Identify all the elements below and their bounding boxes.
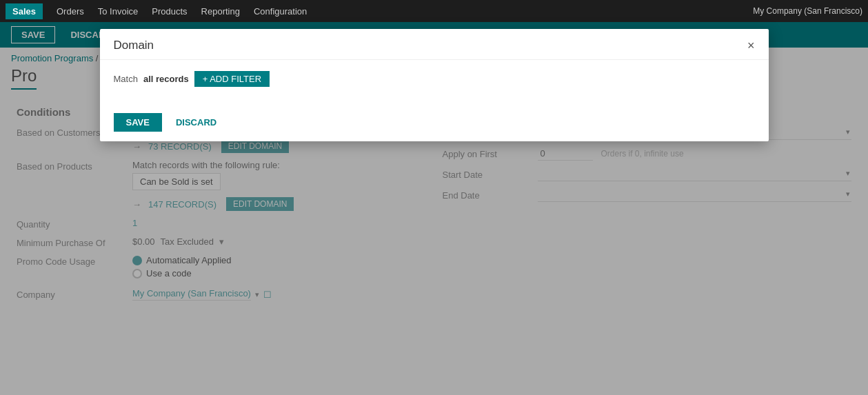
modal-save-button[interactable]: SAVE [114,113,162,132]
navbar-item-toinvoice[interactable]: To Invoice [91,6,145,17]
navbar-item-orders[interactable]: Orders [50,6,91,17]
navbar-right: My Company (San Francisco) [753,6,862,16]
navbar-item-configuration[interactable]: Configuration [247,6,314,17]
modal-footer: SAVE DISCARD [100,106,769,141]
modal-close-button[interactable]: × [747,39,755,52]
add-filter-button[interactable]: ADD FILTER [194,71,270,87]
modal-header: Domain × [100,29,769,60]
match-row: Match all records ADD FILTER [114,71,755,87]
match-label: Match [114,74,138,84]
modal-discard-button[interactable]: DISCARD [169,113,223,132]
modal-overlay: Domain × Match all records ADD FILTER SA… [0,22,868,395]
page-background: SAVE DISCARD Promotion Programs / Pro Co… [0,22,868,395]
navbar-company: My Company (San Francisco) [753,6,862,16]
navbar-item-reporting[interactable]: Reporting [194,6,247,17]
navbar-item-products[interactable]: Products [145,6,194,17]
modal-title: Domain [114,39,154,52]
navbar-brand: Sales [6,3,43,19]
modal-body: Match all records ADD FILTER [100,60,769,106]
match-qualifier: all records [143,74,189,84]
navbar: Sales Orders To Invoice Products Reporti… [0,0,868,22]
domain-modal: Domain × Match all records ADD FILTER SA… [100,29,769,141]
